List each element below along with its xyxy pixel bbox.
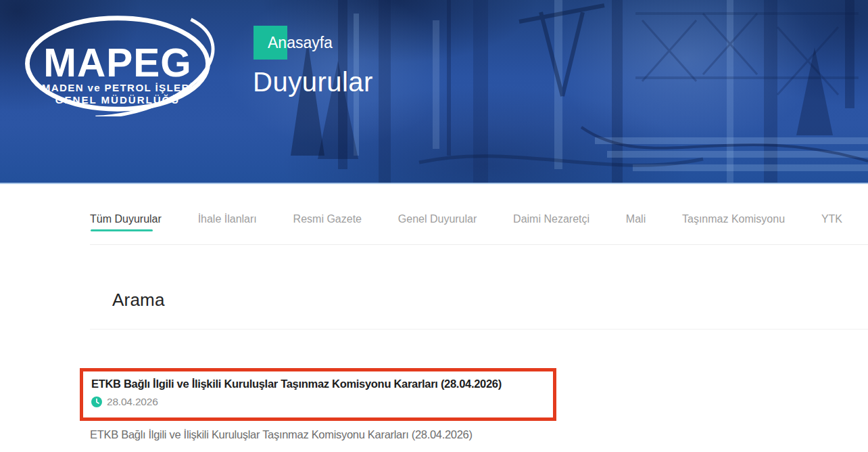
tab-tasinmaz-komisyonu[interactable]: Taşınmaz Komisyonu xyxy=(682,212,785,226)
breadcrumb: Anasayfa xyxy=(254,26,333,60)
search-divider xyxy=(90,329,868,330)
clock-icon xyxy=(91,397,102,407)
logo-brand-text: MAPEG xyxy=(43,41,191,85)
announcement-title[interactable]: ETKB Bağlı İlgili ve İlişkili Kuruluşlar… xyxy=(91,376,548,391)
tab-ytk[interactable]: YTK xyxy=(821,212,842,226)
announcement-date: 28.04.2026 xyxy=(91,396,548,408)
tabs-divider xyxy=(90,244,868,245)
tab-ihale-ilanlari[interactable]: İhale İlanları xyxy=(198,212,257,226)
search-heading: Arama xyxy=(112,290,165,311)
next-announcement-title[interactable]: ETKB Bağlı İlgili ve İlişkili Kuruluşlar… xyxy=(90,427,473,442)
mapeg-logo[interactable]: MAPEG MADEN ve PETROL İŞLERİ GENEL MÜDÜR… xyxy=(18,11,218,116)
announcement-date-text: 28.04.2026 xyxy=(107,396,158,408)
logo-subtitle-line2: GENEL MÜDÜRLÜĞÜ xyxy=(55,94,180,106)
page-title: Duyurular xyxy=(253,67,373,97)
highlighted-announcement[interactable]: ETKB Bağlı İlgili ve İlişkili Kuruluşlar… xyxy=(80,368,556,421)
announcement-category-tabs: Tüm Duyurular İhale İlanları Resmi Gazet… xyxy=(90,212,842,226)
tab-daimi-nezaretci[interactable]: Daimi Nezaretçi xyxy=(513,212,589,226)
hero-header: MAPEG MADEN ve PETROL İŞLERİ GENEL MÜDÜR… xyxy=(0,0,868,184)
tab-tum-duyurular[interactable]: Tüm Duyurular xyxy=(90,212,162,226)
breadcrumb-home-link[interactable]: Anasayfa xyxy=(268,26,333,60)
announcements-page: MAPEG MADEN ve PETROL İŞLERİ GENEL MÜDÜR… xyxy=(0,0,868,452)
tab-genel-duyurular[interactable]: Genel Duyurular xyxy=(398,212,477,226)
logo-subtitle-line1: MADEN ve PETROL İŞLERİ xyxy=(42,82,194,93)
tab-resmi-gazete[interactable]: Resmi Gazete xyxy=(293,212,362,226)
tab-mali[interactable]: Mali xyxy=(626,212,646,226)
